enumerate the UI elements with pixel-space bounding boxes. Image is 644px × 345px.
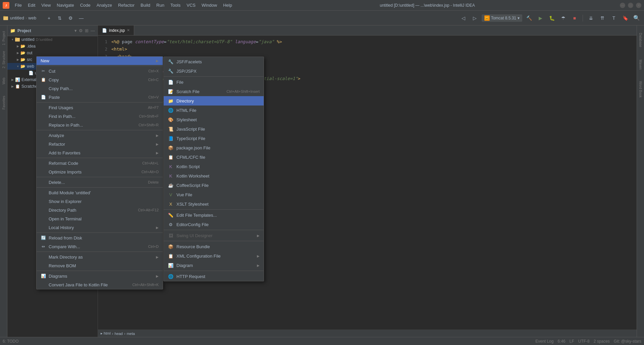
submenu-item-package-json[interactable]: 📦 package.json File <box>164 143 264 152</box>
tab-close-button[interactable]: ✕ <box>127 28 130 32</box>
project-expand-icon[interactable]: ⊞ <box>85 28 89 33</box>
status-line-ending[interactable]: LF <box>570 339 574 344</box>
minimize-panel-icon[interactable]: — <box>76 13 86 23</box>
ctx-item-convert-java[interactable]: Convert Java File to Kotlin File Ctrl+Al… <box>37 280 163 289</box>
submenu-item-cfml[interactable]: 📋 CFML/CFC file <box>164 152 264 162</box>
run-icon[interactable]: ▶ <box>536 13 545 23</box>
ctx-item-directory-path[interactable]: Directory Path Ctrl+Alt+F12 <box>37 206 163 214</box>
tab-index-jsp[interactable]: 📄 index.jsp ✕ <box>98 25 134 35</box>
submenu-item-jsf-facelets[interactable]: 🔧 JSF/Facelets <box>164 57 264 66</box>
menu-vcs[interactable]: VCS <box>184 2 198 8</box>
menu-analyze[interactable]: Analyze <box>94 2 115 8</box>
run-config[interactable]: 🐱 Tomcat 8.5.31 ▾ <box>482 14 522 22</box>
tree-item-out[interactable]: ▶ 📂 out <box>7 50 98 56</box>
vcs-update-icon[interactable]: ⇊ <box>586 13 596 23</box>
submenu-item-edit-templates[interactable]: ✏️ Edit File Templates... <box>164 210 264 220</box>
submenu-item-resource-bundle[interactable]: 📦 Resource Bundle <box>164 242 264 251</box>
menu-run[interactable]: Run <box>154 2 167 8</box>
sync-icon[interactable]: ⇅ <box>55 13 64 23</box>
ctx-item-remove-bom[interactable]: Remove BOM <box>37 261 163 270</box>
bookmarks-icon[interactable]: 🔖 <box>621 13 630 23</box>
settings-icon[interactable]: ⚙ <box>66 13 75 23</box>
ctx-item-build-module[interactable]: Build Module 'untitled' <box>37 188 163 197</box>
menu-code[interactable]: Code <box>77 2 93 8</box>
ctx-item-compare-with[interactable]: ⇔ Compare With... Ctrl+D <box>37 242 163 251</box>
status-vcs-user[interactable]: Git: @sky-stars <box>614 339 641 344</box>
project-settings-icon[interactable]: ⚙ <box>79 28 83 33</box>
submenu-item-kotlin-ws[interactable]: K Kotlin Worksheet <box>164 171 264 181</box>
sidebar-tab-project[interactable]: 1: Project <box>1 28 7 48</box>
menu-window[interactable]: Window <box>199 2 220 8</box>
sidebar-tab-database[interactable]: Database <box>638 28 644 52</box>
ctx-item-find-usages[interactable]: Find Usages Alt+F7 <box>37 103 163 112</box>
submenu-item-directory[interactable]: 📁 Directory <box>164 96 264 106</box>
build-icon[interactable]: 🔨 <box>524 13 534 23</box>
status-encoding[interactable]: UTF-8 <box>578 339 590 344</box>
back-icon[interactable]: ◁ <box>459 13 468 23</box>
status-position[interactable]: 6:46 <box>557 339 565 344</box>
sidebar-tab-maven[interactable]: Maven <box>638 53 644 76</box>
submenu-item-javascript[interactable]: 📜 JavaScript File <box>164 124 264 134</box>
translate-icon[interactable]: T <box>609 13 619 23</box>
menu-file[interactable]: File <box>12 2 24 8</box>
search-everywhere-icon[interactable]: 🔍 <box>632 13 641 23</box>
status-event-log[interactable]: Event Log <box>535 339 553 344</box>
sidebar-tab-wordbook[interactable]: Word Book <box>638 78 644 101</box>
sidebar-tab-structure[interactable]: 2: Structure <box>1 50 7 70</box>
vcs-commit-icon[interactable]: ⇈ <box>598 13 607 23</box>
ctx-item-cut[interactable]: ✂ Cut Ctrl+X <box>37 67 163 75</box>
ctx-item-delete[interactable]: Delete... Delete <box>37 178 163 187</box>
breadcrumb-web[interactable]: web <box>28 15 36 20</box>
ctx-item-add-to-favorites[interactable]: Add to Favorites ▶ <box>37 148 163 157</box>
submenu-item-http-request[interactable]: 🌐 HTTP Request <box>164 272 264 281</box>
submenu-item-stylesheet[interactable]: 🎨 Stylesheet <box>164 115 264 124</box>
submenu-item-diagram[interactable]: 📊 Diagram ▶ <box>164 261 264 270</box>
sidebar-tab-web[interactable]: Web <box>1 71 7 91</box>
menu-build[interactable]: Build <box>138 2 153 8</box>
submenu-item-jsp-jspx[interactable]: 🔧 JSP/JSPX <box>164 66 264 76</box>
submenu-item-xml-config[interactable]: 📋 XML Configuration File ▶ <box>164 251 264 261</box>
ctx-item-replace-in-path[interactable]: Replace in Path... Ctrl+Shift+R <box>37 121 163 129</box>
ctx-item-diagrams[interactable]: 📊 Diagrams ▶ <box>37 272 163 280</box>
submenu-item-swing-ui[interactable]: 🖼 Swing UI Designer ▶ <box>164 231 264 240</box>
project-dropdown-icon[interactable]: ▾ <box>74 28 77 33</box>
sidebar-tab-favorites[interactable]: Favorites <box>1 92 7 113</box>
ctx-item-refactor[interactable]: Refactor ▶ <box>37 140 163 148</box>
ctx-item-reformat-code[interactable]: Reformat Code Ctrl+Alt+L <box>37 159 163 167</box>
menu-tools[interactable]: Tools <box>168 2 183 8</box>
menu-navigate[interactable]: Navigate <box>54 2 76 8</box>
add-icon[interactable]: + <box>44 13 54 23</box>
status-indent[interactable]: 2 spaces <box>594 339 610 344</box>
ctx-item-copy[interactable]: 📋 Copy Ctrl+C <box>37 75 163 84</box>
ctx-item-open-in-terminal[interactable]: Open in Terminal <box>37 214 163 223</box>
submenu-item-xslt[interactable]: X XSLT Stylesheet <box>164 199 264 209</box>
menu-help[interactable]: Help <box>220 2 235 8</box>
ctx-item-find-in-path[interactable]: Find in Path... Ctrl+Shift+F <box>37 112 163 121</box>
coverage-icon[interactable]: ☂ <box>558 13 568 23</box>
menu-view[interactable]: View <box>39 2 53 8</box>
menu-edit[interactable]: Edit <box>25 2 38 8</box>
tree-item-untitled[interactable]: ▾ untitled D:\untitled <box>7 36 98 43</box>
ctx-item-new[interactable]: New ▶ 🔧 JSF/Facelets 🔧 JSP/JSPX 📄 File 📝… <box>37 57 163 65</box>
ctx-item-paste[interactable]: 📄 Paste Ctrl+V <box>37 93 163 101</box>
ctx-item-analyze[interactable]: Analyze ▶ <box>37 131 163 140</box>
breadcrumb-project[interactable]: untitled <box>10 15 24 20</box>
ctx-item-mark-directory[interactable]: Mark Directory as ▶ <box>37 253 163 261</box>
ctx-item-show-in-explorer[interactable]: Show in Explorer <box>37 197 163 206</box>
status-todo[interactable]: 6: TODO <box>3 339 19 344</box>
submenu-item-file[interactable]: 📄 File <box>164 77 264 87</box>
ctx-item-copy-path[interactable]: Copy Path... <box>37 84 163 93</box>
menu-refactor[interactable]: Refactor <box>115 2 137 8</box>
submenu-item-coffeescript[interactable]: ☕ CoffeeScript File <box>164 181 264 190</box>
forward-icon[interactable]: ▷ <box>470 13 480 23</box>
submenu-item-typescript[interactable]: 📘 TypeScript File <box>164 134 264 143</box>
maximize-button[interactable]: □ <box>628 3 633 8</box>
ctx-item-local-history[interactable]: Local History ▶ <box>37 223 163 232</box>
close-button[interactable]: ✕ <box>636 3 641 8</box>
debug-icon[interactable]: 🐛 <box>547 13 556 23</box>
ctx-item-optimize-imports[interactable]: Optimize Imports Ctrl+Alt+O <box>37 167 163 176</box>
submenu-item-editorconfig[interactable]: ⚙ EditorConfig File <box>164 220 264 229</box>
tree-item-idea[interactable]: ▶ 📂 .idea <box>7 43 98 50</box>
submenu-item-scratch[interactable]: 📝 Scratch File Ctrl+Alt+Shift+Insert <box>164 87 264 96</box>
submenu-item-vue[interactable]: V Vue File <box>164 190 264 199</box>
